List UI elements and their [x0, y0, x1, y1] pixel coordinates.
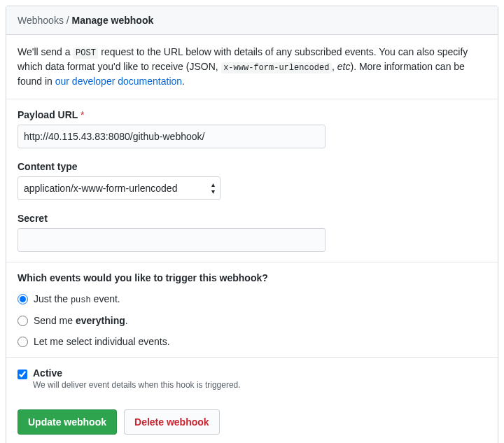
payload-url-label: Payload URL *: [18, 109, 486, 120]
secret-label: Secret: [18, 213, 486, 224]
intro-section: We'll send a POST request to the URL bel…: [6, 35, 498, 99]
event-radio-everything[interactable]: [18, 316, 28, 326]
events-section: Which events would you like to trigger t…: [6, 262, 498, 358]
event-option-everything[interactable]: Send me everything.: [18, 315, 486, 326]
delete-webhook-button[interactable]: Delete webhook: [124, 409, 220, 435]
urlencoded-code: x-www-form-urlencoded: [221, 62, 332, 73]
active-label: Active: [33, 367, 486, 379]
event-radio-push[interactable]: [18, 294, 28, 304]
active-checkbox[interactable]: [18, 370, 27, 379]
payload-url-group: Payload URL *: [18, 109, 486, 148]
intro-text: We'll send a POST request to the URL bel…: [18, 45, 486, 89]
breadcrumb-current: Manage webhook: [72, 15, 154, 26]
update-webhook-button[interactable]: Update webhook: [18, 409, 117, 435]
content-type-label: Content type: [18, 161, 486, 172]
active-section: Active We will deliver event details whe…: [6, 358, 498, 400]
breadcrumb-root[interactable]: Webhooks: [18, 15, 64, 26]
form-section: Payload URL * Content type application/x…: [6, 99, 498, 262]
events-title: Which events would you like to trigger t…: [18, 272, 486, 283]
event-radio-individual[interactable]: [18, 337, 28, 347]
active-note: We will deliver event details when this …: [33, 380, 486, 390]
secret-input[interactable]: [18, 228, 326, 252]
developer-docs-link[interactable]: our developer documentation: [55, 76, 182, 87]
secret-group: Secret: [18, 213, 486, 252]
post-code: POST: [73, 48, 98, 59]
breadcrumb: Webhooks / Manage webhook: [6, 6, 498, 35]
content-type-group: Content type application/x-www-form-urle…: [18, 161, 486, 200]
required-indicator: *: [80, 109, 84, 120]
webhook-settings-panel: Webhooks / Manage webhook We'll send a P…: [6, 6, 498, 443]
payload-url-input[interactable]: [18, 125, 326, 148]
content-type-select[interactable]: application/x-www-form-urlencoded: [18, 176, 220, 200]
event-option-individual[interactable]: Let me select individual events.: [18, 336, 486, 347]
event-option-push[interactable]: Just the push event.: [18, 293, 486, 305]
actions-row: Update webhook Delete webhook: [6, 400, 498, 443]
